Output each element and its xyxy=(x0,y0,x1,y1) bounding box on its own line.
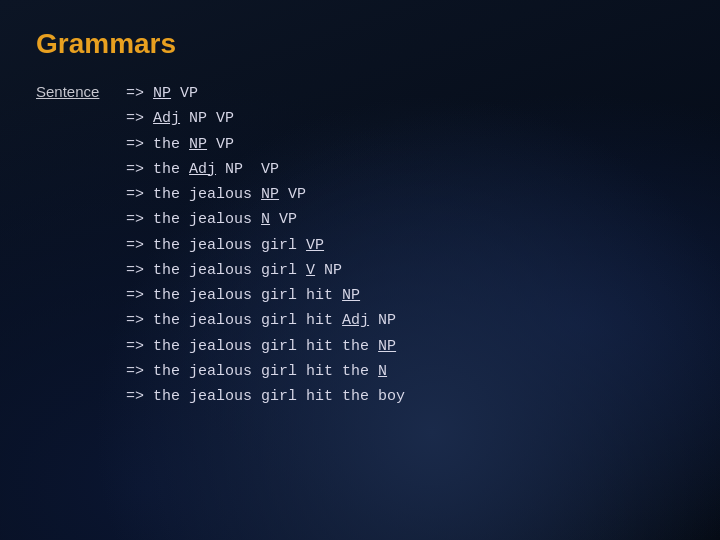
rule-line: => the jealous girl hit the NP xyxy=(126,335,405,358)
rule-text: the xyxy=(144,161,189,178)
rule-underlined-term: NP xyxy=(342,287,360,304)
rule-text: the jealous girl xyxy=(144,262,306,279)
rule-underlined-term: NP xyxy=(378,338,396,355)
rule-line: => the jealous girl hit Adj NP xyxy=(126,309,405,332)
main-content: Grammars Sentence => NP VP=> Adj NP VP=>… xyxy=(0,0,720,436)
rule-text: the jealous girl hit xyxy=(144,312,342,329)
rule-text: the jealous girl hit the xyxy=(144,338,378,355)
rule-arrow: => xyxy=(126,287,144,304)
rule-text: the xyxy=(144,136,189,153)
rule-arrow: => xyxy=(126,312,144,329)
rule-line: => the Adj NP VP xyxy=(126,158,405,181)
rule-arrow: => xyxy=(126,85,144,102)
rule-arrow: => xyxy=(126,136,144,153)
rule-text: the jealous girl hit the boy xyxy=(144,388,405,405)
rule-text xyxy=(144,110,153,127)
rule-underlined-term: N xyxy=(378,363,387,380)
rule-text: NP xyxy=(369,312,396,329)
rule-underlined-term: V xyxy=(306,262,315,279)
rule-underlined-term: Adj xyxy=(189,161,216,178)
rule-arrow: => xyxy=(126,110,144,127)
rule-underlined-term: NP xyxy=(261,186,279,203)
rule-text: VP xyxy=(270,211,297,228)
section-label: Sentence xyxy=(36,82,126,100)
rule-line: => the NP VP xyxy=(126,133,405,156)
rule-underlined-term: NP xyxy=(153,85,171,102)
rule-line: => the jealous girl V NP xyxy=(126,259,405,282)
rule-line: => NP VP xyxy=(126,82,405,105)
rule-text: NP VP xyxy=(216,161,279,178)
rule-text: the jealous xyxy=(144,186,261,203)
rule-arrow: => xyxy=(126,161,144,178)
rule-arrow: => xyxy=(126,363,144,380)
rule-line: => the jealous girl hit the N xyxy=(126,360,405,383)
rule-underlined-term: VP xyxy=(306,237,324,254)
rule-line: => the jealous girl hit the boy xyxy=(126,385,405,408)
rule-text xyxy=(144,85,153,102)
rule-text: NP VP xyxy=(180,110,234,127)
rule-text: the jealous girl xyxy=(144,237,306,254)
rule-arrow: => xyxy=(126,237,144,254)
rule-arrow: => xyxy=(126,262,144,279)
rule-underlined-term: Adj xyxy=(342,312,369,329)
rule-line: => the jealous NP VP xyxy=(126,183,405,206)
page-title: Grammars xyxy=(36,28,684,60)
rule-arrow: => xyxy=(126,388,144,405)
grammar-section: Sentence => NP VP=> Adj NP VP=> the NP V… xyxy=(36,82,684,408)
rule-text: the jealous girl hit xyxy=(144,287,342,304)
rule-text: the jealous girl hit the xyxy=(144,363,378,380)
rule-line: => the jealous N VP xyxy=(126,208,405,231)
rule-underlined-term: N xyxy=(261,211,270,228)
rule-text: VP xyxy=(171,85,198,102)
rule-underlined-term: Adj xyxy=(153,110,180,127)
rule-arrow: => xyxy=(126,186,144,203)
rule-line: => the jealous girl hit NP xyxy=(126,284,405,307)
rule-text: the jealous xyxy=(144,211,261,228)
rule-text: VP xyxy=(279,186,306,203)
rule-line: => the jealous girl VP xyxy=(126,234,405,257)
rule-arrow: => xyxy=(126,338,144,355)
rule-underlined-term: NP xyxy=(189,136,207,153)
rule-arrow: => xyxy=(126,211,144,228)
rules-list: => NP VP=> Adj NP VP=> the NP VP=> the A… xyxy=(126,82,405,408)
rule-text: NP xyxy=(315,262,342,279)
rule-text: VP xyxy=(207,136,234,153)
rule-line: => Adj NP VP xyxy=(126,107,405,130)
